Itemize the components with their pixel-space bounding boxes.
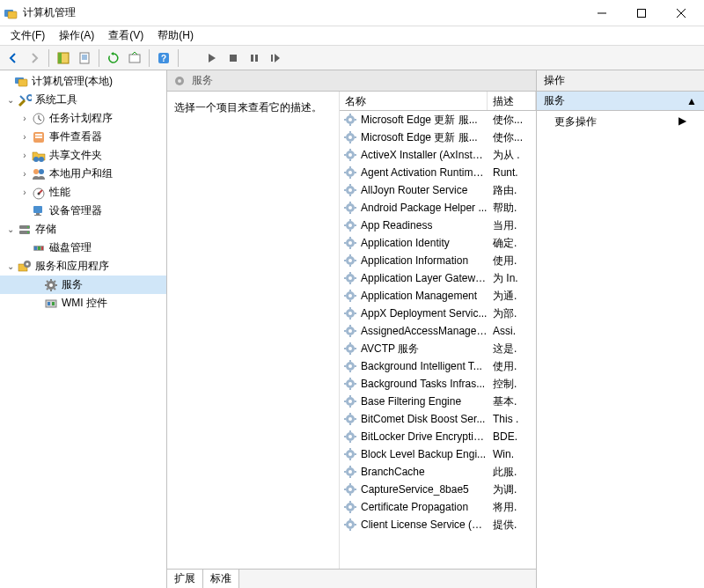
tree-shared-folders[interactable]: › 共享文件夹 — [0, 146, 166, 165]
service-desc: Assi. — [488, 325, 536, 337]
gear-icon — [343, 447, 357, 461]
action-group-services[interactable]: 服务 ▲ — [537, 92, 704, 111]
chevron-down-icon[interactable]: ⌄ — [5, 224, 16, 235]
chevron-right-icon[interactable]: › — [19, 132, 30, 143]
service-name: AllJoyn Router Service — [361, 184, 488, 196]
tree-services[interactable]: 服务 — [0, 276, 166, 294]
service-row[interactable]: Microsoft Edge 更新 服...使你... — [340, 129, 536, 146]
service-name: CaptureService_8bae5 — [361, 483, 488, 496]
service-row[interactable]: ActiveX Installer (AxInstSV)为从 . — [340, 146, 536, 164]
service-row[interactable]: App Readiness当用. — [340, 217, 536, 234]
refresh-icon[interactable] — [104, 48, 123, 68]
service-row[interactable]: Certificate Propagation将用. — [340, 498, 536, 516]
tree-storage[interactable]: ⌄ 存储 — [0, 220, 166, 239]
service-row[interactable]: Background Intelligent T...使用. — [340, 357, 536, 375]
properties-icon[interactable] — [75, 48, 94, 68]
chevron-right-icon[interactable]: › — [19, 169, 30, 180]
clock-icon — [32, 112, 46, 126]
tree-system-tools[interactable]: ⌄ 系统工具 — [0, 91, 166, 109]
service-row[interactable]: Agent Activation Runtime...Runt. — [340, 164, 536, 181]
tree-local-users[interactable]: › 本地用户和组 — [0, 165, 166, 183]
stop-icon[interactable] — [224, 48, 243, 68]
tree-event-viewer[interactable]: › 事件查看器 — [0, 128, 166, 146]
chevron-down-icon[interactable]: ⌄ — [5, 95, 16, 106]
menu-file[interactable]: 文件(F) — [4, 26, 52, 45]
service-row[interactable]: Block Level Backup Engi...Win. — [340, 445, 536, 463]
action-more[interactable]: 更多操作 ▶ — [537, 111, 704, 133]
service-row[interactable]: BitComet Disk Boost Ser...This . — [340, 410, 536, 428]
service-row[interactable]: Microsoft Edge 更新 服...使你... — [340, 111, 536, 129]
column-name[interactable]: 名称 — [340, 92, 488, 110]
gear-icon — [343, 183, 357, 197]
chevron-right-icon[interactable]: › — [19, 187, 30, 198]
tree-label: WMI 控件 — [62, 296, 107, 311]
menu-help[interactable]: 帮助(H) — [150, 26, 201, 45]
service-name: Background Tasks Infras... — [361, 378, 488, 390]
service-row[interactable]: Android Package Helper ...帮助. — [340, 199, 536, 217]
forward-button[interactable] — [25, 48, 44, 68]
chevron-right-icon[interactable]: › — [19, 151, 30, 161]
service-desc: 基本. — [488, 394, 536, 409]
service-row[interactable]: AllJoyn Router Service路由. — [340, 181, 536, 199]
tree-services-apps[interactable]: ⌄ 服务和应用程序 — [0, 257, 166, 276]
help-icon[interactable]: ? — [154, 48, 173, 68]
svg-point-27 — [33, 169, 39, 174]
close-button[interactable] — [661, 1, 700, 26]
chevron-right-icon[interactable]: › — [19, 114, 30, 124]
service-desc: 将用. — [488, 500, 536, 515]
action-header: 操作 — [537, 70, 704, 92]
gear-icon — [343, 201, 357, 215]
service-row[interactable]: Background Tasks Infras...控制. — [340, 375, 536, 393]
tree-disk-management[interactable]: 磁盘管理 — [0, 239, 166, 257]
service-row[interactable]: Application Management为通. — [340, 287, 536, 305]
svg-point-46 — [49, 283, 53, 287]
menubar: 文件(F) 操作(A) 查看(V) 帮助(H) — [0, 26, 704, 46]
menu-view[interactable]: 查看(V) — [101, 26, 150, 45]
service-row[interactable]: BranchCache此服. — [340, 463, 536, 481]
service-row[interactable]: Application Identity确定. — [340, 234, 536, 252]
tab-extended[interactable]: 扩展 — [167, 570, 203, 588]
chevron-down-icon[interactable]: ⌄ — [5, 261, 16, 272]
maximize-button[interactable] — [621, 1, 661, 26]
play-icon[interactable] — [202, 48, 222, 68]
svg-point-77 — [348, 329, 352, 333]
service-row[interactable]: CaptureService_8bae5为调. — [340, 481, 536, 498]
service-name: Application Layer Gatewa... — [361, 272, 488, 284]
tree-device-manager[interactable]: 设备管理器 — [0, 202, 166, 220]
restart-icon[interactable] — [266, 48, 285, 68]
tree-root[interactable]: 计算机管理(本地) — [0, 72, 166, 91]
tab-standard[interactable]: 标准 — [203, 570, 239, 588]
action-group-label: 服务 — [544, 93, 565, 108]
svg-point-63 — [348, 206, 352, 209]
show-hide-icon[interactable] — [54, 48, 73, 68]
service-row[interactable]: Client License Service (Cli...提供. — [340, 516, 536, 533]
service-row[interactable]: AVCTP 服务这是. — [340, 340, 536, 357]
minimize-button[interactable] — [582, 1, 621, 26]
export-icon[interactable] — [125, 48, 144, 68]
svg-point-67 — [348, 241, 352, 245]
service-row[interactable]: Base Filtering Engine基本. — [340, 393, 536, 410]
service-row[interactable]: AppX Deployment Servic...为部. — [340, 305, 536, 322]
back-button[interactable] — [4, 48, 23, 68]
gear-icon — [343, 324, 357, 338]
service-row[interactable]: Application Information使用. — [340, 252, 536, 269]
menu-action[interactable]: 操作(A) — [52, 26, 101, 45]
service-row[interactable]: Application Layer Gatewa...为 In. — [340, 269, 536, 287]
service-row[interactable]: AssignedAccessManager...Assi. — [340, 322, 536, 340]
svg-point-71 — [348, 276, 352, 280]
gear-icon — [343, 482, 357, 496]
tree-performance[interactable]: › 性能 — [0, 183, 166, 202]
storage-icon — [18, 223, 32, 237]
tree-wmi[interactable]: WMI 控件 — [0, 294, 166, 312]
service-row[interactable]: BitLocker Drive Encryptio...BDE. — [340, 428, 536, 445]
list-rows[interactable]: Microsoft Edge 更新 服...使你... Microsoft Ed… — [340, 111, 536, 569]
tree-task-scheduler[interactable]: › 任务计划程序 — [0, 109, 166, 128]
column-desc[interactable]: 描述 — [488, 92, 536, 110]
service-desc: 确定. — [488, 236, 536, 251]
gear-icon — [343, 342, 357, 356]
svg-point-53 — [348, 118, 352, 121]
gear-icon — [343, 148, 357, 162]
svg-rect-40 — [38, 246, 40, 250]
pause-icon[interactable] — [245, 48, 264, 68]
detail-panel: 选择一个项目来查看它的描述。 — [167, 92, 339, 569]
